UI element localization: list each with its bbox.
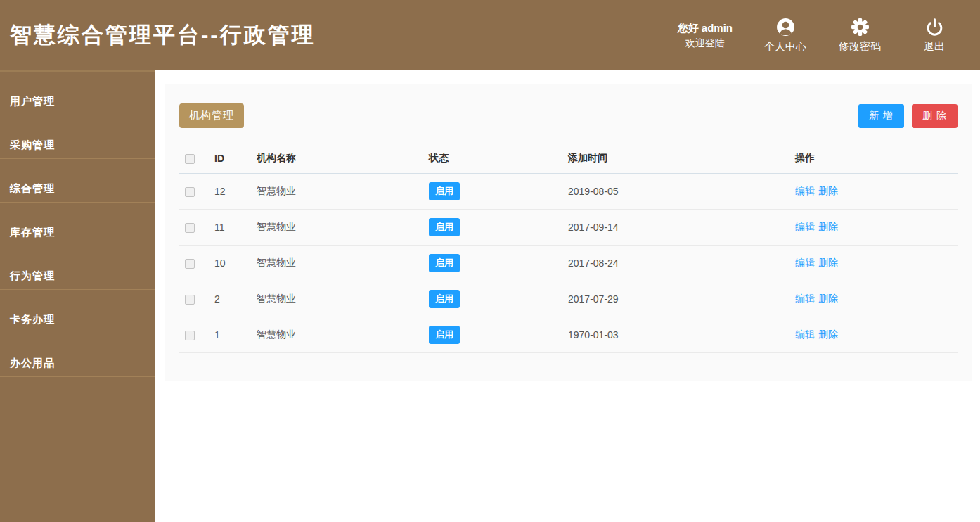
logout-label: 退出	[924, 40, 945, 53]
select-all-checkbox[interactable]	[185, 154, 195, 164]
top-header: 智慧综合管理平台--行政管理 您好 admin 欢迎登陆	[0, 0, 980, 70]
add-button[interactable]: 新 增	[858, 104, 904, 128]
cell-actions: 编辑删除	[789, 317, 958, 353]
cell-org-name: 智慧物业	[251, 174, 423, 210]
edit-link[interactable]: 编辑	[795, 293, 815, 304]
row-checkbox[interactable]	[185, 331, 195, 340]
table-row: 11 智慧物业 启用 2017-09-14 编辑删除	[179, 210, 958, 246]
status-badge: 启用	[429, 218, 460, 236]
col-header-id: ID	[209, 144, 251, 174]
edit-link[interactable]: 编辑	[795, 329, 815, 340]
cell-actions: 编辑删除	[789, 281, 958, 317]
content-card: 机构管理 新 增 删 除 ID 机构名称 状态 添加	[165, 84, 972, 381]
main-content: 机构管理 新 增 删 除 ID 机构名称 状态 添加	[155, 70, 980, 522]
sidebar-item-card-services[interactable]: 卡务办理	[0, 290, 155, 333]
page-title: 智慧综合管理平台--行政管理	[10, 20, 316, 50]
col-header-status: 状态	[423, 144, 562, 174]
cell-added-time: 1970-01-03	[562, 317, 789, 353]
table-row: 12 智慧物业 启用 2019-08-05 编辑删除	[179, 174, 958, 210]
toolbar-buttons: 新 增 删 除	[858, 104, 958, 128]
row-checkbox[interactable]	[185, 187, 195, 197]
cell-id: 12	[209, 174, 251, 210]
status-badge: 启用	[429, 290, 460, 308]
gear-icon	[851, 18, 870, 37]
power-icon	[925, 18, 944, 37]
table-row: 1 智慧物业 启用 1970-01-03 编辑删除	[179, 317, 958, 353]
sidebar-item-general-mgmt[interactable]: 综合管理	[0, 159, 155, 203]
delete-link[interactable]: 删除	[818, 221, 838, 232]
cell-actions: 编辑删除	[789, 174, 958, 210]
table-row: 10 智慧物业 启用 2017-08-24 编辑删除	[179, 246, 958, 281]
table-header-row: ID 机构名称 状态 添加时间 操作	[179, 144, 958, 174]
delete-link[interactable]: 删除	[818, 257, 838, 268]
status-badge: 启用	[429, 254, 460, 272]
cell-added-time: 2017-07-29	[562, 281, 789, 317]
greeting-welcome: 欢迎登陆	[678, 36, 733, 51]
cell-org-name: 智慧物业	[251, 210, 423, 246]
col-header-actions: 操作	[789, 144, 958, 174]
sidebar-nav: 用户管理 采购管理 综合管理 库存管理 行为管理 卡务办理 办公用品	[0, 70, 155, 522]
delete-link[interactable]: 删除	[818, 329, 838, 340]
cell-added-time: 2017-09-14	[562, 210, 789, 246]
cell-added-time: 2017-08-24	[562, 246, 789, 281]
col-header-added-time: 添加时间	[562, 144, 789, 174]
row-checkbox[interactable]	[185, 295, 195, 305]
logout-button[interactable]: 退出	[913, 18, 956, 53]
sidebar-item-purchase-mgmt[interactable]: 采购管理	[0, 115, 155, 159]
row-checkbox[interactable]	[185, 223, 195, 233]
cell-id: 2	[209, 281, 251, 317]
table-row: 2 智慧物业 启用 2017-07-29 编辑删除	[179, 281, 958, 317]
app-window: 智慧综合管理平台--行政管理 您好 admin 欢迎登陆	[0, 0, 980, 522]
user-greeting: 您好 admin 欢迎登陆	[678, 20, 733, 51]
cell-actions: 编辑删除	[789, 210, 958, 246]
status-badge: 启用	[429, 182, 460, 200]
delete-link[interactable]: 删除	[818, 185, 838, 196]
change-password-button[interactable]: 修改密码	[838, 18, 882, 53]
cell-added-time: 2019-08-05	[562, 174, 789, 210]
profile-button[interactable]: 个人中心	[763, 18, 807, 53]
cell-org-name: 智慧物业	[251, 317, 423, 353]
card-toolbar: 机构管理 新 增 删 除	[179, 103, 958, 128]
cell-org-name: 智慧物业	[251, 246, 423, 281]
col-header-org-name: 机构名称	[251, 144, 423, 174]
edit-link[interactable]: 编辑	[795, 257, 815, 268]
greeting-username: 您好 admin	[678, 20, 733, 36]
profile-label: 个人中心	[764, 40, 806, 53]
sidebar-item-behavior-mgmt[interactable]: 行为管理	[0, 246, 155, 290]
status-badge: 启用	[429, 326, 460, 344]
change-password-label: 修改密码	[839, 40, 881, 53]
edit-link[interactable]: 编辑	[795, 185, 815, 196]
tab-org-management[interactable]: 机构管理	[179, 103, 244, 128]
edit-link[interactable]: 编辑	[795, 221, 815, 232]
cell-id: 1	[209, 317, 251, 353]
cell-id: 11	[209, 210, 251, 246]
cell-actions: 编辑删除	[789, 246, 958, 281]
sidebar-item-user-mgmt[interactable]: 用户管理	[0, 72, 155, 115]
header-right: 您好 admin 欢迎登陆 个人中心	[678, 18, 956, 53]
cell-id: 10	[209, 246, 251, 281]
cell-org-name: 智慧物业	[251, 281, 423, 317]
delete-button[interactable]: 删 除	[912, 104, 958, 128]
org-table: ID 机构名称 状态 添加时间 操作 12 智慧物业 启用 2019-08-05	[179, 144, 958, 353]
sidebar-item-inventory-mgmt[interactable]: 库存管理	[0, 203, 155, 246]
user-icon	[776, 18, 795, 37]
delete-link[interactable]: 删除	[818, 293, 838, 304]
row-checkbox[interactable]	[185, 259, 195, 269]
sidebar-item-office-supplies[interactable]: 办公用品	[0, 333, 155, 377]
